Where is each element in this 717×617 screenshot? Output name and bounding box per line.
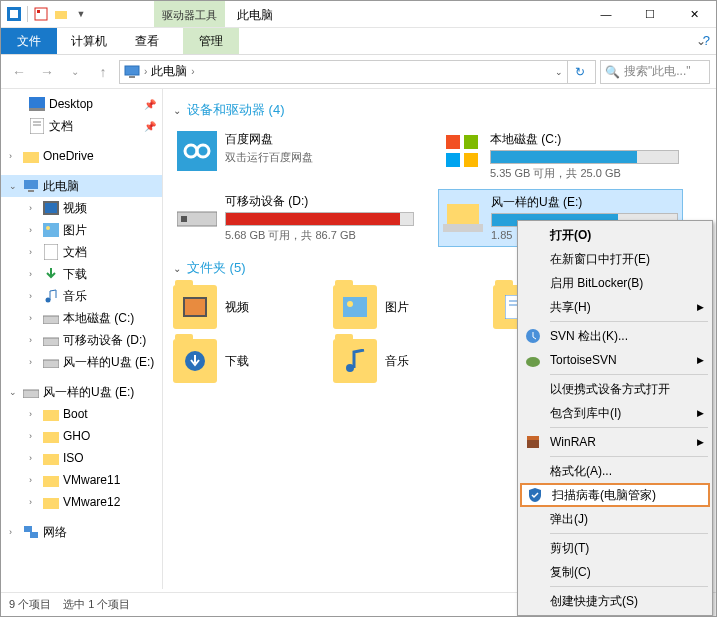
address-dropdown-icon[interactable]: ⌄ [555, 67, 563, 77]
chevron-down-icon[interactable]: ⌄ [173, 263, 181, 274]
ctx-scan-virus[interactable]: 扫描病毒(电脑管家) [520, 483, 710, 507]
file-tab[interactable]: 文件 [1, 28, 57, 54]
folder-videos[interactable]: 视频 [173, 285, 313, 329]
chevron-right-icon[interactable]: › [191, 66, 194, 77]
drive-c[interactable]: 本地磁盘 (C:)5.35 GB 可用，共 25.0 GB [438, 127, 683, 185]
help-icon[interactable]: ? [703, 33, 710, 48]
folder-icon [43, 428, 59, 444]
svg-rect-26 [43, 432, 59, 443]
tree-removable-d[interactable]: ›可移动设备 (D:) [1, 329, 162, 351]
music-folder-icon [333, 339, 377, 383]
ctx-library[interactable]: 包含到库中(I)▶ [520, 401, 710, 425]
ctx-eject[interactable]: 弹出(J) [520, 507, 710, 531]
tree-pictures[interactable]: ›图片 [1, 219, 162, 241]
ctx-bitlocker[interactable]: 启用 BitLocker(B) [520, 271, 710, 295]
computer-tab[interactable]: 计算机 [57, 28, 121, 54]
tree-udrive-e[interactable]: ›风一样的U盘 (E:) [1, 351, 162, 373]
chevron-down-icon[interactable]: ⌄ [9, 181, 19, 191]
quick-access-toolbar: ▼ [1, 5, 94, 23]
tree-gho[interactable]: ›GHO [1, 425, 162, 447]
folder-pictures[interactable]: 图片 [333, 285, 473, 329]
svg-rect-35 [446, 135, 460, 149]
tree-music[interactable]: ›音乐 [1, 285, 162, 307]
ctx-cut[interactable]: 剪切(T) [520, 536, 710, 560]
app-icon [5, 5, 23, 23]
ctx-open-new-window[interactable]: 在新窗口中打开(E) [520, 247, 710, 271]
ctx-format[interactable]: 格式化(A)... [520, 459, 710, 483]
drive-baidu[interactable]: 百度网盘双击运行百度网盘 [173, 127, 418, 185]
close-button[interactable]: ✕ [672, 1, 716, 28]
tree-iso[interactable]: ›ISO [1, 447, 162, 469]
ctx-portable[interactable]: 以便携式设备方式打开 [520, 377, 710, 401]
chevron-down-icon[interactable]: ⌄ [9, 387, 19, 397]
svg-rect-1 [10, 10, 18, 18]
tree-videos[interactable]: ›视频 [1, 197, 162, 219]
chevron-icon[interactable]: › [9, 151, 19, 161]
windows-drive-icon [442, 131, 482, 171]
chevron-down-icon[interactable]: ⌄ [173, 105, 181, 116]
tree-udrive-e2[interactable]: ⌄风一样的U盘 (E:) [1, 381, 162, 403]
svg-rect-21 [43, 316, 59, 324]
svg-rect-30 [24, 526, 32, 532]
ctx-create-shortcut[interactable]: 创建快捷方式(S) [520, 589, 710, 613]
folder-icon [43, 494, 59, 510]
tree-vmware12[interactable]: ›VMware12 [1, 491, 162, 513]
minimize-button[interactable]: — [584, 1, 628, 28]
search-placeholder: 搜索"此电..." [624, 63, 691, 80]
tree-vmware11[interactable]: ›VMware11 [1, 469, 162, 491]
svg-point-53 [526, 357, 540, 367]
svg-rect-55 [527, 436, 539, 440]
svg-rect-23 [43, 360, 59, 368]
drive-d[interactable]: 可移动设备 (D:)5.68 GB 可用，共 86.7 GB [173, 189, 418, 247]
folder-icon [43, 406, 59, 422]
ctx-tortoisesvn[interactable]: TortoiseSVN▶ [520, 348, 710, 372]
ctx-copy[interactable]: 复制(C) [520, 560, 710, 584]
qat-properties-icon[interactable] [32, 5, 50, 23]
group-devices[interactable]: ⌄设备和驱动器 (4) [173, 101, 716, 119]
up-button[interactable]: ↑ [91, 60, 115, 84]
ctx-svn-checkout[interactable]: SVN 检出(K)... [520, 324, 710, 348]
tree-desktop[interactable]: Desktop📌 [1, 93, 162, 115]
address-box[interactable]: › 此电脑 › ⌄ ↻ [119, 60, 596, 84]
tree-documents[interactable]: ›文档 [1, 241, 162, 263]
tree-downloads[interactable]: ›下载 [1, 263, 162, 285]
qat-new-folder-icon[interactable] [52, 5, 70, 23]
submenu-arrow-icon: ▶ [697, 408, 704, 418]
manage-tab[interactable]: 管理 [183, 28, 239, 54]
folder-music[interactable]: 音乐 [333, 339, 473, 383]
view-tab[interactable]: 查看 [121, 28, 173, 54]
drive-icon [43, 332, 59, 348]
refresh-button[interactable]: ↻ [567, 61, 591, 83]
baidu-icon [177, 131, 217, 171]
folder-downloads[interactable]: 下载 [173, 339, 313, 383]
tree-documents-quick[interactable]: 文档📌 [1, 115, 162, 137]
svg-rect-45 [343, 297, 367, 317]
ctx-share[interactable]: 共享(H)▶ [520, 295, 710, 319]
tree-this-pc[interactable]: ⌄此电脑 [1, 175, 162, 197]
forward-button[interactable]: → [35, 60, 59, 84]
qat-dropdown-icon[interactable]: ▼ [72, 5, 90, 23]
maximize-button[interactable]: ☐ [628, 1, 672, 28]
search-input[interactable]: 🔍 搜索"此电..." [600, 60, 710, 84]
svg-rect-25 [43, 410, 59, 421]
ctx-winrar[interactable]: WinRAR▶ [520, 430, 710, 454]
tree-local-c[interactable]: ›本地磁盘 (C:) [1, 307, 162, 329]
usb-drive-icon [443, 194, 483, 234]
recent-dropdown-icon[interactable]: ⌄ [63, 60, 87, 84]
tree-onedrive[interactable]: ›OneDrive [1, 145, 162, 167]
ribbon-expand-icon[interactable]: ⌄ [686, 28, 716, 54]
pc-icon [23, 178, 39, 194]
document-icon [29, 118, 45, 134]
title-bar: ▼ 驱动器工具 此电脑 — ☐ ✕ [1, 1, 716, 28]
drive-icon [43, 354, 59, 370]
submenu-arrow-icon: ▶ [697, 302, 704, 312]
drive-icon [23, 384, 39, 400]
chevron-right-icon[interactable]: › [144, 66, 147, 77]
tree-boot[interactable]: ›Boot [1, 403, 162, 425]
tree-network[interactable]: ›网络 [1, 521, 162, 543]
back-button[interactable]: ← [7, 60, 31, 84]
svg-rect-27 [43, 454, 59, 465]
svg-rect-9 [30, 118, 44, 134]
ctx-open[interactable]: 打开(O) [520, 223, 710, 247]
context-tab-label: 驱动器工具 [154, 1, 225, 27]
